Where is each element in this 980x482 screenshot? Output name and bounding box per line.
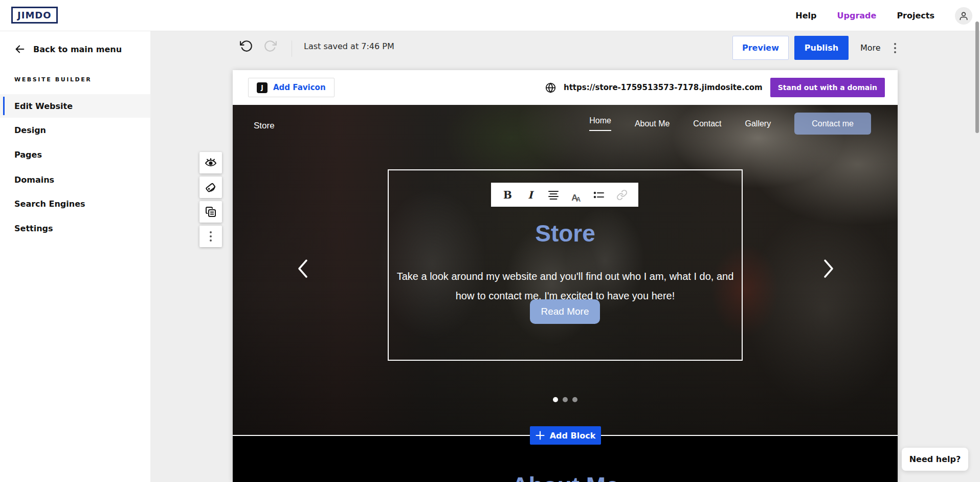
sidebar-item-edit-website[interactable]: Edit Website — [0, 94, 150, 118]
jimdo-editor-screen: JIMDO Help Upgrade Projects Back to main… — [0, 0, 980, 482]
sidebar: Back to main menu WEBSITE BUILDER Edit W… — [0, 31, 150, 482]
kebab-icon — [894, 43, 896, 53]
site-brand[interactable]: Store — [254, 121, 275, 131]
toolbar-divider — [292, 40, 292, 57]
add-favicon-button[interactable]: J Add Favicon — [248, 78, 335, 97]
need-help-button[interactable]: Need help? — [902, 448, 968, 471]
more-tools-button[interactable] — [199, 226, 222, 247]
carousel-dot-3[interactable] — [572, 397, 577, 402]
align-center-button[interactable] — [545, 187, 562, 203]
carousel-prev-button[interactable] — [295, 257, 310, 280]
sidebar-item-label: Design — [14, 125, 46, 135]
visibility-tool-button[interactable] — [199, 152, 222, 173]
selected-block-frame: B I AA — [388, 169, 743, 361]
add-favicon-label: Add Favicon — [273, 83, 326, 92]
sidebar-item-label: Settings — [14, 224, 53, 233]
site-nav: Home About Me Contact Gallery Contact me — [589, 113, 871, 135]
read-more-button[interactable]: Read More — [530, 299, 600, 324]
projects-link[interactable]: Projects — [897, 11, 934, 20]
back-to-main-menu[interactable]: Back to main menu — [14, 43, 122, 55]
publish-button[interactable]: Publish — [794, 36, 849, 60]
copy-icon — [205, 206, 217, 218]
top-app-bar: JIMDO Help Upgrade Projects — [0, 0, 980, 31]
sidebar-item-search-engines[interactable]: Search Engines — [0, 192, 150, 215]
jimdo-logo[interactable]: JIMDO — [11, 7, 58, 24]
scrollbar-thumb[interactable] — [975, 21, 979, 133]
site-nav-gallery[interactable]: Gallery — [745, 119, 771, 128]
contact-me-button[interactable]: Contact me — [794, 113, 871, 135]
sidebar-item-label: Pages — [14, 150, 42, 160]
sidebar-item-design[interactable]: Design — [0, 118, 150, 142]
swatches-icon — [205, 181, 217, 193]
sidebar-item-domains[interactable]: Domains — [0, 168, 150, 191]
sidebar-item-label: Domains — [14, 175, 54, 185]
bold-button[interactable]: B — [499, 187, 516, 203]
add-block-label: Add Block — [550, 431, 596, 441]
font-size-icon-small: A — [576, 196, 581, 203]
redo-button[interactable] — [262, 38, 278, 54]
last-saved-text: Last saved at 7:46 PM — [304, 41, 394, 51]
account-avatar-button[interactable] — [955, 7, 972, 25]
sidebar-item-settings[interactable]: Settings — [0, 216, 150, 240]
site-nav-home[interactable]: Home — [589, 116, 611, 131]
carousel-dots — [553, 397, 577, 402]
user-icon — [959, 11, 969, 21]
globe-icon — [545, 82, 556, 93]
sidebar-item-label: Edit Website — [14, 101, 73, 111]
list-icon — [593, 190, 605, 200]
plus-icon — [536, 431, 545, 440]
more-label: More — [860, 43, 881, 53]
align-center-icon — [548, 190, 559, 200]
add-block-button[interactable]: Add Block — [530, 426, 601, 445]
stand-out-domain-button[interactable]: Stand out with a domain — [770, 78, 885, 97]
sidebar-item-label: Search Engines — [14, 199, 85, 209]
site-url-group: https://store-1759513573-7178.jimdosite.… — [545, 78, 885, 97]
link-button[interactable] — [614, 187, 630, 203]
list-button[interactable] — [591, 187, 607, 203]
undo-button[interactable] — [238, 38, 255, 54]
block-tools — [199, 152, 222, 247]
sidebar-heading: WEBSITE BUILDER — [14, 76, 92, 83]
arrow-left-icon — [14, 43, 26, 55]
top-nav: Help Upgrade Projects — [795, 0, 972, 31]
site-nav-contact[interactable]: Contact — [693, 119, 721, 128]
carousel-dot-2[interactable] — [563, 397, 568, 402]
link-icon — [616, 189, 628, 201]
carousel-next-button[interactable] — [821, 257, 836, 280]
font-size-button[interactable]: AA — [568, 187, 584, 203]
text-format-toolbar: B I AA — [491, 183, 638, 207]
workspace: Last saved at 7:46 PM Preview Publish Mo… — [150, 31, 980, 482]
duplicate-tool-button[interactable] — [199, 201, 222, 223]
favicon-placeholder-icon: J — [257, 82, 268, 93]
hero-title[interactable]: Store — [389, 220, 742, 247]
redo-icon — [263, 39, 277, 53]
back-label: Back to main menu — [33, 45, 122, 54]
eye-icon — [205, 157, 217, 169]
style-tool-button[interactable] — [199, 177, 222, 198]
site-nav-about-me[interactable]: About Me — [635, 119, 670, 128]
site-canvas: J Add Favicon https://store-1759513573-7… — [233, 70, 898, 482]
italic-button[interactable]: I — [522, 187, 539, 203]
upgrade-link[interactable]: Upgrade — [837, 11, 877, 20]
carousel-dot-1[interactable] — [553, 397, 558, 402]
undo-icon — [240, 39, 253, 53]
hero-section[interactable]: Store Home About Me Contact Gallery Cont… — [233, 105, 898, 436]
site-url-text: https://store-1759513573-7178.jimdosite.… — [564, 83, 763, 92]
sidebar-item-pages[interactable]: Pages — [0, 143, 150, 166]
preview-button[interactable]: Preview — [732, 36, 789, 60]
kebab-icon — [210, 231, 212, 242]
more-button[interactable]: More — [860, 36, 896, 60]
help-link[interactable]: Help — [795, 11, 816, 20]
about-section-title[interactable]: About Me — [233, 472, 898, 482]
